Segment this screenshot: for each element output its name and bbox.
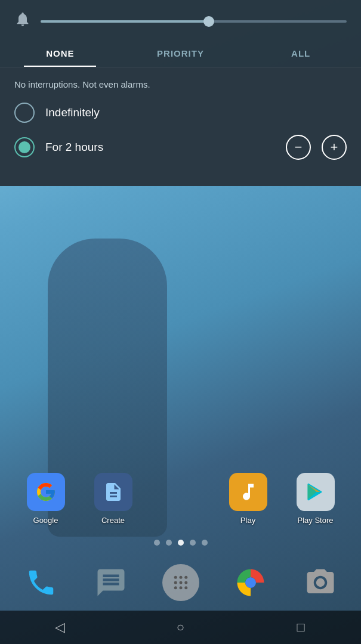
dot-1 [154, 540, 160, 546]
recent-button[interactable]: □ [283, 615, 319, 639]
app-google[interactable]: Google [19, 473, 73, 525]
increase-hours-button[interactable]: + [322, 135, 347, 160]
svg-point-3 [174, 581, 177, 584]
play-music-icon [229, 473, 267, 511]
create-icon [94, 473, 132, 511]
camera-dock-icon[interactable] [302, 564, 339, 601]
for2hours-label: For 2 hours [45, 141, 275, 154]
svg-point-1 [179, 576, 182, 579]
volume-slider[interactable] [41, 20, 347, 23]
tab-all[interactable]: ALL [240, 40, 361, 67]
tabs-row: NONE PRIORITY ALL [0, 40, 361, 67]
svg-point-4 [179, 581, 182, 584]
svg-point-0 [174, 576, 177, 579]
dot-5 [202, 540, 208, 546]
playstore-label: Play Store [298, 516, 334, 525]
navigation-bar: ◁ ○ □ [0, 611, 361, 644]
tab-none[interactable]: NONE [0, 40, 121, 67]
for2hours-option[interactable]: For 2 hours − + [14, 135, 347, 160]
dot-2 [166, 540, 172, 546]
decrease-hours-button[interactable]: − [286, 135, 311, 160]
dot-4 [190, 540, 196, 546]
play-label: Play [240, 516, 255, 525]
app-playstore[interactable]: Play Store [289, 473, 343, 525]
options-panel: No interruptions. Not even alarms. Indef… [0, 67, 361, 186]
notification-panel: NONE PRIORITY ALL No interruptions. Not … [0, 0, 361, 186]
svg-point-8 [184, 586, 187, 589]
volume-row [0, 0, 361, 40]
phone-dock-icon[interactable] [23, 564, 60, 601]
app-create[interactable]: Create [87, 473, 140, 525]
messages-dock-icon[interactable] [92, 564, 129, 601]
home-button[interactable]: ○ [162, 615, 198, 639]
google-label: Google [33, 516, 58, 525]
apps-dock-icon[interactable] [162, 564, 199, 601]
apps-grid: Google Create Play Play Store [0, 473, 361, 525]
svg-point-5 [184, 581, 187, 584]
indefinitely-label: Indefinitely [45, 106, 347, 119]
bottom-dock [0, 557, 361, 608]
back-button[interactable]: ◁ [42, 615, 78, 639]
dot-3 [178, 540, 184, 546]
chrome-dock-icon[interactable] [232, 564, 269, 601]
indefinitely-option[interactable]: Indefinitely [14, 103, 347, 123]
google-icon [27, 473, 65, 511]
playstore-icon [297, 473, 335, 511]
svg-point-7 [179, 586, 182, 589]
indefinitely-radio[interactable] [14, 103, 35, 123]
page-dots [0, 540, 361, 546]
tab-priority[interactable]: PRIORITY [121, 40, 241, 67]
bell-icon [14, 11, 31, 32]
svg-point-6 [174, 586, 177, 589]
no-interruptions-text: No interruptions. Not even alarms. [14, 79, 347, 89]
app-play-music[interactable]: Play [221, 473, 275, 525]
svg-point-9 [245, 577, 256, 588]
for2hours-radio[interactable] [14, 137, 35, 157]
svg-point-2 [184, 576, 187, 579]
create-label: Create [101, 516, 125, 525]
